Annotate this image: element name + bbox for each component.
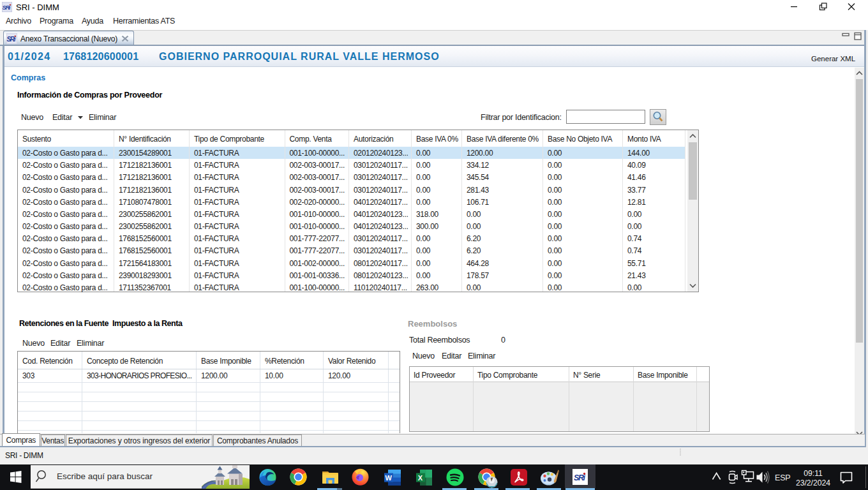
svg-text:X: X <box>418 474 423 482</box>
svg-text:W: W <box>385 474 393 482</box>
